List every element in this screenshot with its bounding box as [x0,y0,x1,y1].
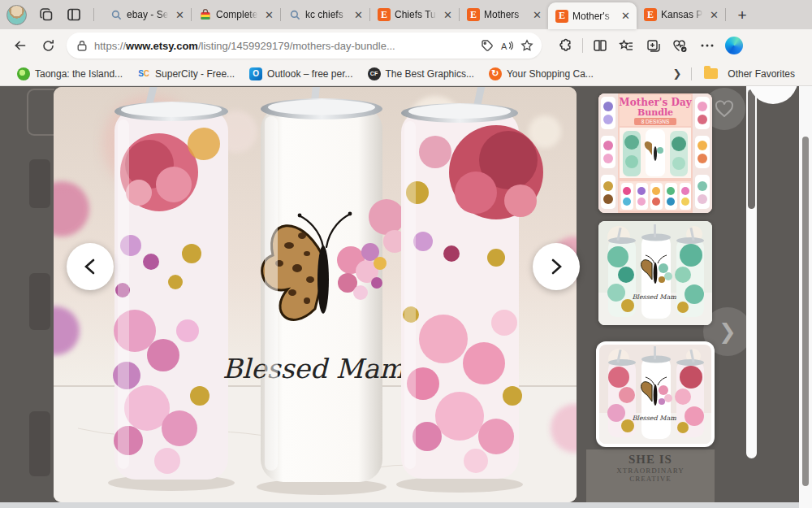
search-icon [288,8,301,21]
page-scrollbar[interactable] [799,86,812,508]
close-icon[interactable]: ✕ [531,8,543,22]
bookmark-best-graphics[interactable]: CF The Best Graphics... [361,65,482,83]
thumb1-title-line2: Bundle [637,107,673,118]
etsy-favicon: E [467,8,480,21]
tab-mothers-day-active[interactable]: E Mother's ✕ [548,2,637,29]
url-text[interactable]: https://www.etsy.com/listing/1459929179/… [94,40,474,52]
favorites-list-icon[interactable] [614,33,639,58]
bookmarks-bar: Taonga: the Island... SC SuperCity - Fre… [0,62,812,86]
tab-chiefs-tumbler[interactable]: E Chiefs Tu ✕ [370,2,459,27]
toolbar-divider [582,38,583,53]
bookmark-shopping-cart[interactable]: ↻ Your Shopping Ca... [482,65,601,83]
bookmarks-overflow-chevron[interactable]: ❯ [667,67,686,80]
thumb2-caption: Blessed Mama [632,293,680,301]
address-toolbar: https://www.etsy.com/listing/1459929179/… [0,29,812,62]
tab-title: ebay - Se [127,9,170,20]
favorite-star-icon[interactable] [520,39,533,52]
tab-title: kc chiefs [305,9,348,20]
browser-window: ebay - Se ✕ Complete ✕ kc chiefs ✕ [0,0,812,508]
tab-bar: ebay - Se ✕ Complete ✕ kc chiefs ✕ [0,0,812,29]
shopping-tag-icon[interactable] [481,39,494,52]
tab-kansas[interactable]: E Kansas P ✕ [637,2,725,27]
profile-avatar[interactable] [6,5,27,25]
thumbnail-bundle-collage[interactable]: Mother's Day Bundle 8 DESIGNS [598,93,712,213]
back-icon[interactable] [8,33,32,58]
etsy-favicon: E [555,10,568,23]
vertical-tabs-icon[interactable] [66,7,82,23]
toolbar-right [553,33,746,58]
svg-text:A: A [501,41,508,51]
read-aloud-icon[interactable]: A [500,40,514,52]
thumbnail-teal-tumblers[interactable]: Blessed Mama [598,221,712,325]
bookmark-supercity[interactable]: SC SuperCity - Free... [130,65,242,83]
tab-divider [93,8,94,21]
tab-title: Chiefs Tu [395,9,438,20]
tab-mothers[interactable]: E Mothers ✕ [460,2,548,27]
tab-groups-icon[interactable] [38,7,54,23]
tab-divider [725,8,726,21]
dimmed-quote-image: SHE IS XTRAORDINARY CREATIVE [586,449,715,502]
folder-icon [704,68,718,79]
tab-ebay[interactable]: ebay - Se ✕ [102,2,191,27]
close-icon[interactable]: ✕ [708,8,720,22]
tab-title: Complete [216,9,259,20]
shopping-cart-icon: ↻ [489,67,502,80]
close-icon[interactable]: ✕ [620,9,632,23]
listing-main-image[interactable]: Blessed Mama [54,87,577,502]
prev-image-button[interactable] [67,243,114,290]
etsy-favicon: E [644,8,657,21]
copilot-icon[interactable] [721,33,746,58]
thumb1-badge: 8 DESIGNS [641,119,670,124]
tumbler-left [108,87,235,491]
close-icon[interactable]: ✕ [352,8,365,22]
etsy-favicon: E [378,8,391,21]
new-tab-button[interactable]: + [731,4,754,27]
quote-line: XTRAORDINARY [586,467,715,475]
lock-icon[interactable] [76,40,88,52]
thumb3-caption: Blessed Mama [632,415,680,422]
tab-title: Mothers [484,9,527,20]
refresh-icon[interactable] [36,33,60,58]
cf-icon: CF [368,67,381,80]
settings-more-icon[interactable] [694,33,719,58]
other-favorites-folder[interactable]: Other Favorites [697,66,802,82]
bookmark-label: Taonga: the Island... [35,68,123,80]
bookmark-outlook[interactable]: O Outlook – free per... [242,65,360,83]
dimmed-content-blob [29,159,50,208]
page-content: ❯ SHE IS XTRAORDINARY CREATIVE [0,86,812,508]
tab-kc-chiefs[interactable]: kc chiefs ✕ [281,2,369,27]
thumbnail-rail-scroll-thumb[interactable] [748,89,755,209]
supercity-icon: SC [137,67,150,80]
taonga-icon [17,67,30,80]
page-scroll-thumb[interactable] [802,137,809,486]
close-icon[interactable]: ✕ [174,8,186,22]
next-image-button[interactable] [533,243,580,290]
thumb1-title-line1: Mother's Day [619,97,692,108]
thumbnail-rail-scrollbar[interactable] [746,86,757,458]
bookmarks-divider [691,67,692,80]
address-bar[interactable]: https://www.etsy.com/listing/1459929179/… [67,33,542,59]
dimmed-thumbnail-outline [27,89,54,136]
bookmark-label: The Best Graphics... [386,68,474,80]
tab-title: Kansas P [661,9,704,20]
url-scheme: https:// [94,40,126,52]
close-icon[interactable]: ✕ [442,8,454,22]
tab-strip: ebay - Se ✕ Complete ✕ kc chiefs ✕ [102,0,807,29]
bookmark-taonga[interactable]: Taonga: the Island... [10,65,130,83]
dimmed-content-blob [29,411,50,476]
bookmark-label: Your Shopping Ca... [507,68,594,80]
close-icon[interactable]: ✕ [263,8,275,22]
page-bottom-edge [0,502,799,508]
collections-icon[interactable] [641,33,666,58]
thumbnail-pink-selected[interactable]: Blessed Mama [596,341,715,447]
other-favorites-label: Other Favorites [728,68,795,80]
browser-essentials-icon[interactable] [667,33,693,58]
extensions-icon[interactable] [553,33,578,58]
quote-line: SHE IS [586,453,715,467]
quote-line: CREATIVE [586,475,715,483]
tab-complete[interactable]: Complete ✕ [192,2,280,27]
outlook-icon: O [249,67,262,80]
dimmed-content-blob [29,273,50,330]
bookmark-label: Outlook – free per... [267,68,352,80]
split-screen-icon[interactable] [587,33,612,58]
